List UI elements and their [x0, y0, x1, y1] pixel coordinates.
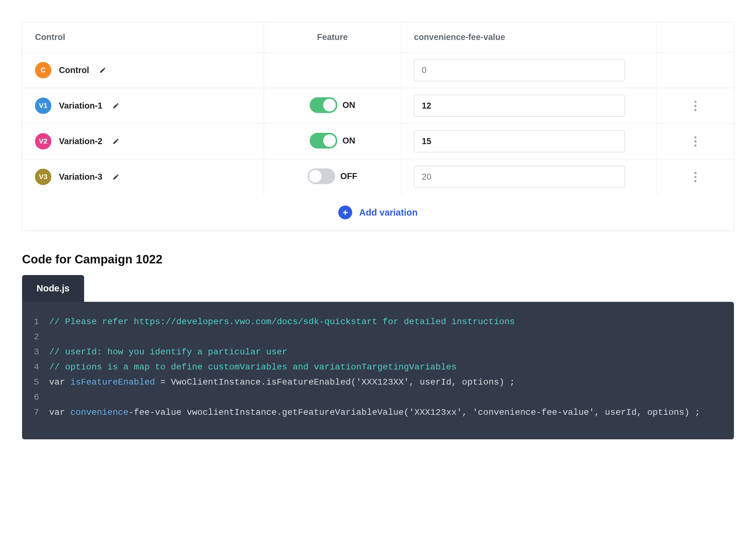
- variation-badge: V2: [35, 133, 51, 150]
- code-content: [49, 390, 54, 405]
- plus-icon: +: [338, 206, 352, 219]
- variation-badge: C: [35, 62, 51, 78]
- fee-value-input: [414, 59, 625, 81]
- code-line: 6: [31, 390, 718, 405]
- code-line: 5var isFeatureEnabled = VwoClientInstanc…: [31, 375, 718, 390]
- line-number: 1: [31, 314, 49, 329]
- feature-toggle[interactable]: [310, 133, 337, 149]
- add-variation-label: Add variation: [359, 208, 417, 218]
- line-number: 6: [31, 390, 49, 405]
- variations-table: Control Feature convenience-fee-value CC…: [22, 22, 734, 231]
- th-fee: convenience-fee-value: [401, 22, 657, 53]
- toggle-label: ON: [343, 100, 355, 110]
- table-row: V2Variation-2ON: [22, 124, 734, 159]
- kebab-menu-icon[interactable]: [691, 98, 700, 114]
- variation-name: Control: [59, 66, 89, 75]
- fee-value-input: [414, 166, 625, 188]
- code-line: 7var convenience-fee-value vwoclientInst…: [31, 405, 718, 420]
- table-row: V3Variation-3OFF: [22, 159, 734, 195]
- code-line: 1// Please refer https://developers.vwo.…: [31, 314, 718, 329]
- code-content: [49, 329, 54, 345]
- code-block: 1// Please refer https://developers.vwo.…: [22, 302, 734, 439]
- toggle-label: ON: [343, 136, 355, 146]
- feature-toggle[interactable]: [310, 97, 337, 113]
- table-row: CControl: [22, 53, 734, 88]
- pencil-icon[interactable]: [112, 102, 119, 109]
- code-content: var convenience-fee-value vwoclientInsta…: [49, 405, 700, 420]
- line-number: 5: [31, 375, 49, 390]
- variation-name: Variation-1: [59, 101, 103, 111]
- pencil-icon[interactable]: [112, 138, 119, 145]
- code-line: 2: [31, 329, 718, 345]
- kebab-menu-icon[interactable]: [691, 169, 700, 185]
- line-number: 3: [31, 345, 49, 360]
- variation-badge: V1: [35, 98, 51, 114]
- pencil-icon[interactable]: [99, 67, 106, 74]
- fee-value-input[interactable]: [414, 95, 625, 117]
- kebab-menu-icon[interactable]: [691, 133, 700, 150]
- line-number: 7: [31, 405, 49, 420]
- pencil-icon[interactable]: [112, 173, 119, 180]
- line-number: 4: [31, 360, 49, 375]
- tab-nodejs[interactable]: Node.js: [22, 275, 84, 302]
- code-content: // Please refer https://developers.vwo.c…: [49, 314, 515, 329]
- th-control: Control: [22, 22, 264, 53]
- line-number: 2: [31, 329, 49, 345]
- code-line: 4// options is a map to define customVar…: [31, 360, 718, 375]
- feature-toggle[interactable]: [307, 168, 335, 184]
- table-row: V1Variation-1ON: [22, 88, 734, 124]
- code-content: // options is a map to define customVari…: [49, 360, 457, 375]
- add-variation-button[interactable]: + Add variation: [338, 206, 417, 219]
- code-section-title: Code for Campaign 1022: [22, 253, 734, 266]
- th-feature: Feature: [264, 22, 401, 53]
- code-content: // userId: how you identify a particular…: [49, 345, 287, 360]
- fee-value-input[interactable]: [414, 130, 625, 152]
- variation-name: Variation-3: [59, 172, 103, 182]
- variation-name: Variation-2: [59, 137, 103, 146]
- code-line: 3// userId: how you identify a particula…: [31, 345, 718, 360]
- toggle-label: OFF: [340, 172, 357, 181]
- variation-badge: V3: [35, 169, 51, 185]
- code-content: var isFeatureEnabled = VwoClientInstance…: [49, 375, 515, 390]
- th-actions: [657, 22, 734, 53]
